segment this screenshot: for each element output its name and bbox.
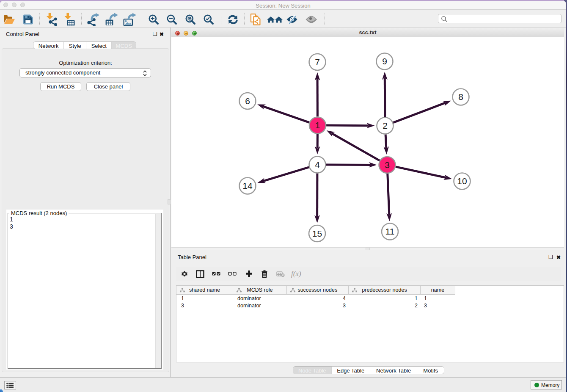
svg-text:8: 8 xyxy=(458,92,463,102)
svg-text:9: 9 xyxy=(382,56,387,66)
svg-text:6: 6 xyxy=(245,96,250,106)
svg-text:10: 10 xyxy=(457,176,467,186)
svg-text:3: 3 xyxy=(385,160,390,170)
svg-text:2: 2 xyxy=(383,121,388,130)
svg-text:f(x): f(x) xyxy=(291,270,301,278)
svg-text:4: 4 xyxy=(315,160,320,169)
svg-text:7: 7 xyxy=(315,57,320,67)
svg-text:14: 14 xyxy=(242,181,253,190)
svg-text:1: 1 xyxy=(315,120,320,130)
svg-text:11: 11 xyxy=(385,226,395,236)
svg-text:15: 15 xyxy=(312,229,322,238)
